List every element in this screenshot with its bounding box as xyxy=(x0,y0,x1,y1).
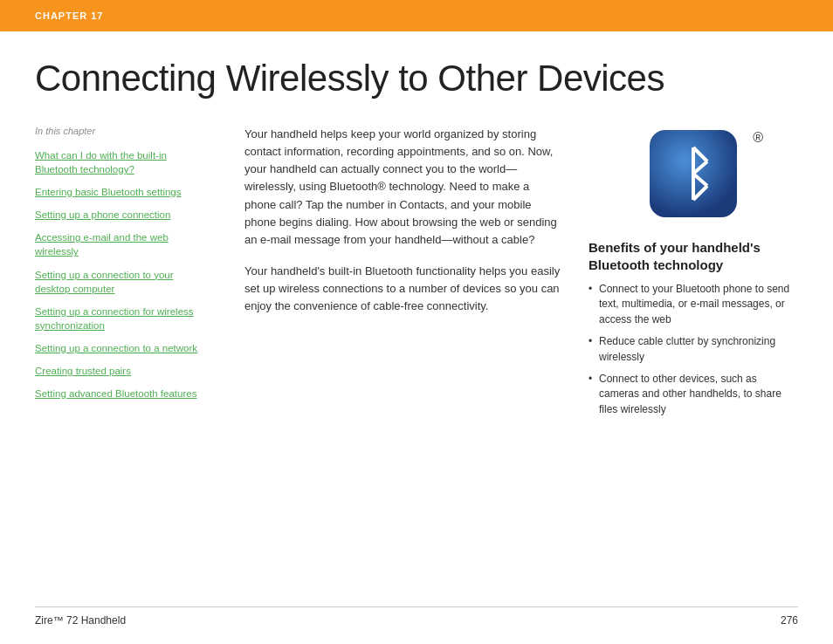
bluetooth-icon-container: ® xyxy=(589,126,798,222)
chapter-label: CHAPTER 17 xyxy=(35,10,103,21)
sidebar-heading: In this chapter xyxy=(35,126,201,136)
sidebar-link-6[interactable]: Setting up a connection for wireless syn… xyxy=(35,305,201,332)
main-body: In this chapter What can I do with the b… xyxy=(35,126,798,598)
page-title: Connecting Wirelessly to Other Devices xyxy=(35,58,798,99)
right-column: ® xyxy=(589,126,798,598)
center-paragraph-1: Your handheld helps keep your world orga… xyxy=(244,126,562,249)
page-content: Connecting Wirelessly to Other Devices I… xyxy=(0,31,833,644)
sidebar-link-2[interactable]: Entering basic Bluetooth settings xyxy=(35,185,201,199)
benefits-item-3: Connect to other devices, such as camera… xyxy=(589,372,798,417)
sidebar-link-4[interactable]: Accessing e-mail and the web wirelessly xyxy=(35,230,201,258)
center-column: Your handheld helps keep your world orga… xyxy=(218,126,589,598)
benefits-list: Connect to your Bluetooth phone to send … xyxy=(589,282,798,417)
footer-page-number: 276 xyxy=(781,614,798,627)
benefits-item-1: Connect to your Bluetooth phone to send … xyxy=(589,282,798,327)
benefits-title: Benefits of your handheld's Bluetooth te… xyxy=(589,239,798,273)
sidebar: In this chapter What can I do with the b… xyxy=(35,126,218,598)
sidebar-link-1[interactable]: What can I do with the built-in Bluetoot… xyxy=(35,148,201,176)
benefits-item-2: Reduce cable clutter by synchronizing wi… xyxy=(589,334,798,365)
sidebar-link-3[interactable]: Setting up a phone connection xyxy=(35,208,201,222)
sidebar-link-7[interactable]: Setting up a connection to a network xyxy=(35,341,201,355)
footer: Zire™ 72 Handheld 276 xyxy=(35,606,798,627)
sidebar-link-5[interactable]: Setting up a connection to your desktop … xyxy=(35,268,201,296)
sidebar-link-8[interactable]: Creating trusted pairs xyxy=(35,364,201,378)
center-paragraph-2: Your handheld's built-in Bluetooth funct… xyxy=(244,263,562,315)
top-bar: CHAPTER 17 xyxy=(0,0,833,31)
sidebar-link-9[interactable]: Setting advanced Bluetooth features xyxy=(35,387,201,401)
bluetooth-logo xyxy=(645,126,741,222)
registered-mark: ® xyxy=(753,130,763,146)
footer-brand: Zire™ 72 Handheld xyxy=(35,614,126,627)
